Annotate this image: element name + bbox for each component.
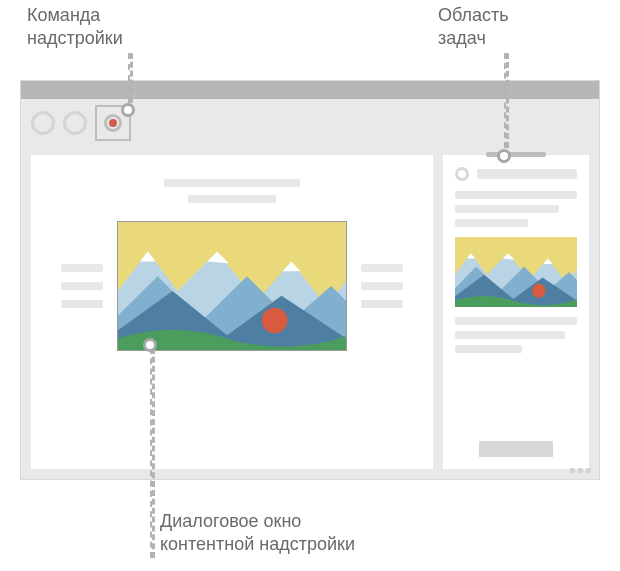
doc-left-lines <box>61 264 103 308</box>
addin-command-marker <box>121 103 135 117</box>
placeholder-line <box>61 282 103 290</box>
resize-grip-icon[interactable] <box>570 468 591 473</box>
addin-command-icon <box>104 114 122 132</box>
mountain-illustration <box>455 237 577 307</box>
ribbon-button-placeholder[interactable] <box>31 111 55 135</box>
placeholder-line <box>455 331 565 339</box>
mountain-illustration <box>118 222 346 350</box>
task-pane-text-group <box>455 191 577 227</box>
svg-point-1 <box>262 308 288 334</box>
placeholder-line <box>188 195 277 203</box>
addin-command-icon-core <box>109 119 117 127</box>
placeholder-line <box>361 264 403 272</box>
app-window <box>20 80 600 480</box>
task-pane-marker <box>497 149 511 163</box>
task-pane-leader-vert <box>504 53 509 148</box>
ribbon-toolbar <box>21 99 599 147</box>
task-pane-button[interactable] <box>479 441 552 457</box>
svg-point-3 <box>532 284 546 298</box>
placeholder-line <box>361 282 403 290</box>
task-pane-icon <box>455 167 469 181</box>
placeholder-line <box>164 179 301 187</box>
task-pane-text-group <box>455 317 577 353</box>
placeholder-line <box>455 191 577 199</box>
addin-command-label: Команда надстройки <box>27 4 123 51</box>
doc-header-lines <box>61 179 403 203</box>
placeholder-line <box>455 317 577 325</box>
task-pane[interactable] <box>443 155 589 469</box>
content-addin-dialog-label: Диалоговое окно контентной надстройки <box>160 510 355 557</box>
ribbon-button-placeholder[interactable] <box>63 111 87 135</box>
placeholder-line <box>61 264 103 272</box>
task-pane-label: Область задач <box>438 4 509 51</box>
task-pane-grab-handle[interactable] <box>486 152 546 157</box>
content-addin-dialog[interactable] <box>117 221 347 351</box>
content-dialog-marker <box>143 338 157 352</box>
document-canvas <box>31 155 433 469</box>
task-pane-title-placeholder <box>477 169 577 179</box>
task-pane-header <box>455 167 577 181</box>
placeholder-line <box>361 300 403 308</box>
placeholder-line <box>455 345 522 353</box>
addin-command-leader <box>128 53 133 103</box>
placeholder-line <box>455 219 528 227</box>
placeholder-line <box>455 205 559 213</box>
window-titlebar <box>21 81 599 99</box>
task-pane-illustration <box>455 237 577 307</box>
placeholder-line <box>61 300 103 308</box>
content-dialog-leader <box>150 348 155 558</box>
doc-right-lines <box>361 264 403 308</box>
